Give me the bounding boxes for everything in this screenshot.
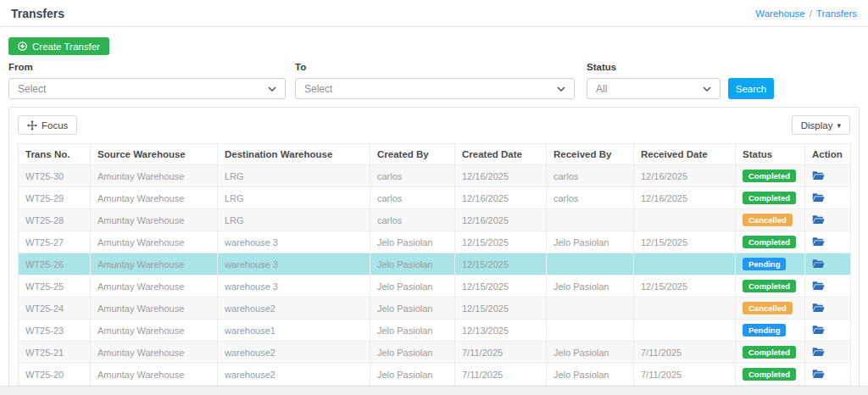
status-badge: Cancelled <box>743 302 793 314</box>
created-date-cell: 7/11/2025 <box>455 342 547 364</box>
to-label: To <box>295 62 575 72</box>
display-label: Display <box>801 120 833 131</box>
source-warehouse-cell: Amuntay Warehouse <box>91 298 218 320</box>
status-badge: Completed <box>743 236 796 248</box>
created-by-cell: carlos <box>370 187 455 209</box>
to-select[interactable]: Select <box>295 78 575 99</box>
created-by-cell: Jelo Pasiolan <box>370 320 455 342</box>
status-badge: Cancelled <box>743 214 793 226</box>
breadcrumb-separator: / <box>810 8 812 19</box>
received-by-cell <box>547 209 634 231</box>
folder-open-icon[interactable] <box>812 347 825 357</box>
created-by-cell: Jelo Pasiolan <box>370 275 455 298</box>
column-header: Destination Warehouse <box>218 144 370 165</box>
table-row[interactable]: WT25-24Amuntay Warehousewarehouse2Jelo P… <box>19 298 851 320</box>
received-date-cell: 12/16/2025 <box>634 187 736 209</box>
created-date-cell: 12/16/2025 <box>455 165 547 187</box>
status-badge: Completed <box>743 280 796 292</box>
status-cell: Cancelled <box>736 209 805 231</box>
folder-open-icon[interactable] <box>812 325 825 335</box>
destination-warehouse-cell: LRG <box>218 187 370 209</box>
source-warehouse-cell: Amuntay Warehouse <box>91 275 218 298</box>
destination-warehouse-cell: warehouse2 <box>218 342 370 364</box>
created-date-cell: 12/13/2025 <box>455 320 547 342</box>
destination-warehouse-cell: warehouse1 <box>218 320 370 342</box>
footer-strip <box>0 386 868 395</box>
status-select[interactable]: All <box>587 78 721 99</box>
source-warehouse-cell: Amuntay Warehouse <box>91 209 218 231</box>
folder-open-icon[interactable] <box>812 192 825 203</box>
destination-warehouse-cell: warehouse 3 <box>218 275 370 298</box>
folder-open-icon[interactable] <box>812 281 825 291</box>
destination-warehouse-cell: LRG <box>218 209 370 231</box>
display-button[interactable]: Display ▾ <box>792 115 850 135</box>
created-by-cell: Jelo Pasiolan <box>370 231 455 253</box>
status-badge: Completed <box>743 170 796 182</box>
status-label: Status <box>587 62 721 72</box>
destination-warehouse-cell: warehouse2 <box>218 364 370 386</box>
source-warehouse-cell: Amuntay Warehouse <box>91 342 218 364</box>
source-warehouse-cell: Amuntay Warehouse <box>91 165 218 187</box>
action-cell <box>805 364 851 386</box>
table-row[interactable]: WT25-20Amuntay Warehousewarehouse2Jelo P… <box>19 364 851 386</box>
action-cell <box>805 275 851 298</box>
action-cell <box>805 253 851 275</box>
created-date-cell: 12/15/2025 <box>455 231 547 253</box>
table-row[interactable]: WT25-23Amuntay Warehousewarehouse1Jelo P… <box>19 320 851 342</box>
transfers-table: Trans No.Source WarehouseDestination War… <box>18 143 851 386</box>
folder-open-icon[interactable] <box>812 170 825 181</box>
received-by-cell: carlos <box>547 165 634 187</box>
created-date-cell: 12/15/2025 <box>455 298 547 320</box>
breadcrumb-link-transfers[interactable]: Transfers <box>816 8 857 19</box>
status-badge: Pending <box>743 324 786 337</box>
received-date-cell <box>634 298 736 320</box>
folder-open-icon[interactable] <box>812 369 825 379</box>
action-cell <box>805 320 851 342</box>
search-button[interactable]: Search <box>728 78 774 99</box>
breadcrumb: Warehouse / Transfers <box>755 8 857 19</box>
to-select-value: Select <box>304 83 332 95</box>
received-date-cell <box>634 320 736 342</box>
trans-no-cell: WT25-29 <box>19 187 91 209</box>
received-date-cell: 12/15/2025 <box>634 231 736 253</box>
status-cell: Completed <box>736 187 805 209</box>
received-by-cell: Jelo Pasiolan <box>547 275 634 298</box>
chevron-down-icon <box>703 86 711 92</box>
folder-open-icon[interactable] <box>812 236 825 247</box>
table-row[interactable]: WT25-29Amuntay WarehouseLRGcarlos12/16/2… <box>19 187 851 209</box>
received-date-cell <box>634 253 736 275</box>
from-select-value: Select <box>18 83 46 95</box>
create-transfer-button[interactable]: Create Transfer <box>8 37 109 55</box>
page-title: Transfers <box>11 7 64 20</box>
focus-button[interactable]: Focus <box>18 115 77 135</box>
created-date-cell: 7/11/2025 <box>455 364 547 386</box>
table-row[interactable]: WT25-28Amuntay WarehouseLRGcarlos12/16/2… <box>19 209 851 231</box>
table-row[interactable]: WT25-27Amuntay Warehousewarehouse 3Jelo … <box>19 231 851 253</box>
chevron-down-icon <box>557 86 565 92</box>
breadcrumb-link-warehouse[interactable]: Warehouse <box>755 8 804 19</box>
table-row[interactable]: WT25-26Amuntay Warehousewarehouse 3Jelo … <box>19 253 851 275</box>
plus-circle-icon <box>18 42 27 51</box>
received-by-cell <box>547 320 634 342</box>
created-by-cell: Jelo Pasiolan <box>370 253 455 275</box>
action-cell <box>805 298 851 320</box>
status-cell: Pending <box>736 253 805 275</box>
destination-warehouse-cell: LRG <box>218 165 370 187</box>
folder-open-icon[interactable] <box>812 303 825 313</box>
table-row[interactable]: WT25-21Amuntay Warehousewarehouse2Jelo P… <box>19 342 851 364</box>
status-badge: Completed <box>743 346 796 359</box>
table-row[interactable]: WT25-30Amuntay WarehouseLRGcarlos12/16/2… <box>19 165 851 187</box>
source-warehouse-cell: Amuntay Warehouse <box>91 253 218 275</box>
received-date-cell: 12/16/2025 <box>634 165 736 187</box>
trans-no-cell: WT25-25 <box>19 275 91 298</box>
status-cell: Completed <box>736 231 805 253</box>
received-by-cell: Jelo Pasiolan <box>547 231 634 253</box>
received-by-cell <box>547 298 634 320</box>
received-date-cell: 12/15/2025 <box>634 275 736 298</box>
folder-open-icon[interactable] <box>812 214 825 225</box>
status-cell: Completed <box>736 275 805 298</box>
folder-open-icon[interactable] <box>812 259 825 269</box>
from-select[interactable]: Select <box>8 78 286 99</box>
table-row[interactable]: WT25-25Amuntay Warehousewarehouse 3Jelo … <box>19 275 851 298</box>
received-by-cell: Jelo Pasiolan <box>547 364 634 386</box>
